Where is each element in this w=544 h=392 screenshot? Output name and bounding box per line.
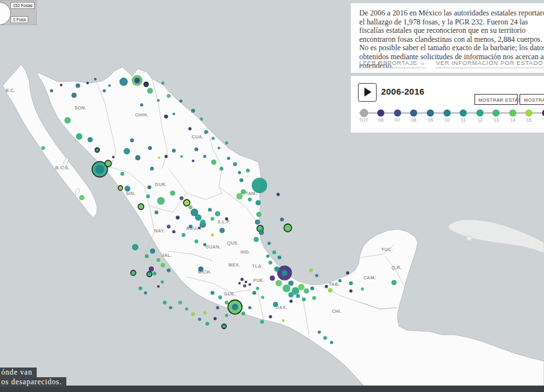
fosa-circle[interactable] bbox=[200, 118, 203, 121]
fosa-circle[interactable] bbox=[156, 258, 160, 262]
timeline-dot-06[interactable] bbox=[377, 109, 384, 117]
timeline-dot-14[interactable] bbox=[509, 109, 516, 117]
fosa-circle[interactable] bbox=[76, 84, 80, 88]
fosa-circle[interactable] bbox=[339, 279, 342, 283]
fosa-circle[interactable] bbox=[238, 282, 241, 285]
fosa-circle[interactable] bbox=[147, 272, 152, 277]
fosa-circle[interactable] bbox=[161, 263, 165, 268]
fosa-circle[interactable] bbox=[255, 219, 260, 225]
fosa-circle[interactable] bbox=[167, 268, 171, 272]
timeline-dot-13[interactable] bbox=[492, 109, 500, 117]
fosa-circle[interactable] bbox=[245, 281, 247, 283]
fosa-circle[interactable] bbox=[203, 243, 207, 247]
fosa-circle[interactable] bbox=[41, 146, 45, 150]
fosa-circle[interactable] bbox=[243, 285, 247, 288]
fosa-circle[interactable] bbox=[86, 82, 89, 84]
fosa-circle[interactable] bbox=[274, 266, 279, 272]
fosa-circle[interactable] bbox=[138, 286, 142, 290]
fosa-circle[interactable] bbox=[256, 212, 261, 217]
fosa-circle[interactable] bbox=[125, 186, 131, 192]
fosa-circle[interactable] bbox=[71, 93, 77, 98]
fosa-circle[interactable] bbox=[76, 133, 82, 140]
timeline-dot-07[interactable] bbox=[394, 109, 401, 117]
fosa-circle[interactable] bbox=[182, 233, 185, 237]
fosa-circle[interactable] bbox=[277, 193, 280, 196]
fosa-circle[interactable] bbox=[225, 218, 229, 221]
fosa-circle[interactable] bbox=[145, 254, 149, 258]
fosa-circle[interactable] bbox=[282, 319, 285, 322]
fosa-circle[interactable] bbox=[173, 230, 176, 234]
fosa-circle[interactable] bbox=[189, 225, 192, 229]
fosa-circle[interactable] bbox=[198, 266, 203, 272]
fosa-circle[interactable] bbox=[218, 147, 220, 149]
fosa-circle[interactable] bbox=[268, 261, 272, 265]
fosa-circle[interactable] bbox=[167, 225, 171, 229]
fosa-circle[interactable] bbox=[296, 294, 300, 298]
timeline-dot-15[interactable] bbox=[525, 109, 532, 117]
fosa-circle[interactable] bbox=[233, 162, 237, 166]
fosa-circle[interactable] bbox=[304, 288, 309, 294]
fosa-circle[interactable] bbox=[220, 228, 225, 233]
fosa-circle[interactable] bbox=[120, 172, 124, 176]
fosa-circle[interactable] bbox=[260, 320, 264, 324]
fosa-circle[interactable] bbox=[236, 193, 243, 200]
fosa-circle[interactable] bbox=[103, 89, 106, 93]
play-button[interactable] bbox=[358, 83, 377, 102]
fosa-circle[interactable] bbox=[288, 292, 294, 297]
fosa-circle[interactable] bbox=[64, 117, 71, 124]
fosa-circle[interactable] bbox=[191, 109, 195, 113]
fosa-circle[interactable] bbox=[284, 224, 292, 232]
fosa-circle[interactable] bbox=[105, 160, 111, 167]
fosa-circle[interactable] bbox=[212, 137, 215, 140]
fosa-circle[interactable] bbox=[211, 160, 216, 165]
fosa-circle[interactable] bbox=[225, 314, 229, 317]
fosa-circle[interactable] bbox=[280, 218, 284, 221]
fosa-circle[interactable] bbox=[256, 200, 261, 205]
ver-informacion-link[interactable]: VER INFORMACIÓN POR ESTADO → bbox=[436, 60, 544, 68]
fosa-circle[interactable] bbox=[269, 315, 272, 319]
fosa-circle[interactable] bbox=[158, 156, 160, 159]
fosa-circle[interactable] bbox=[88, 137, 93, 142]
fosa-circle[interactable] bbox=[225, 142, 229, 145]
fosa-circle[interactable] bbox=[216, 306, 220, 310]
fosa-circle[interactable] bbox=[302, 297, 306, 301]
fosa-circle[interactable] bbox=[220, 167, 223, 171]
fosa-circle[interactable] bbox=[108, 84, 111, 87]
fosa-circle[interactable] bbox=[349, 281, 353, 285]
timeline-dot-10[interactable] bbox=[444, 109, 451, 117]
fosa-circle[interactable] bbox=[153, 272, 156, 275]
fosa-circle[interactable] bbox=[239, 178, 243, 182]
fosa-circle[interactable] bbox=[157, 197, 165, 205]
fosa-circle[interactable] bbox=[194, 239, 198, 243]
fosa-circle[interactable] bbox=[261, 296, 265, 299]
fosa-circle[interactable] bbox=[124, 148, 130, 154]
fosa-circle[interactable] bbox=[189, 127, 192, 131]
fosa-circle[interactable] bbox=[211, 217, 214, 221]
fosa-circle[interactable] bbox=[241, 278, 244, 281]
fosa-circle[interactable] bbox=[95, 148, 100, 153]
fosa-circle[interactable] bbox=[288, 281, 294, 286]
fosa-circle[interactable] bbox=[267, 255, 270, 258]
fosa-circle[interactable] bbox=[204, 130, 208, 134]
fosa-circle[interactable] bbox=[249, 283, 251, 286]
fosa-circle[interactable] bbox=[157, 99, 160, 102]
fosa-circle[interactable] bbox=[205, 322, 209, 326]
fosa-circle[interactable] bbox=[180, 196, 183, 200]
fosa-circle[interactable] bbox=[312, 296, 316, 300]
fosa-circle[interactable] bbox=[361, 288, 364, 291]
fosa-circle[interactable] bbox=[283, 285, 290, 292]
fosa-circle[interactable] bbox=[138, 204, 144, 210]
fosa-circle[interactable] bbox=[310, 286, 314, 290]
fosa-circle[interactable] bbox=[130, 138, 134, 142]
fosa-circle[interactable] bbox=[165, 155, 168, 158]
fosa-circle[interactable] bbox=[180, 155, 183, 158]
fosa-circle[interactable] bbox=[164, 115, 168, 118]
fosa-circle[interactable] bbox=[150, 248, 155, 254]
fosa-circle[interactable] bbox=[328, 288, 333, 293]
fosa-circle[interactable] bbox=[112, 156, 115, 158]
fosa-circle[interactable] bbox=[256, 287, 259, 290]
fosa-circle[interactable] bbox=[315, 274, 319, 277]
fosa-circle[interactable] bbox=[350, 290, 353, 293]
fosa-circle[interactable] bbox=[208, 208, 212, 212]
fosa-circle[interactable] bbox=[79, 195, 84, 200]
